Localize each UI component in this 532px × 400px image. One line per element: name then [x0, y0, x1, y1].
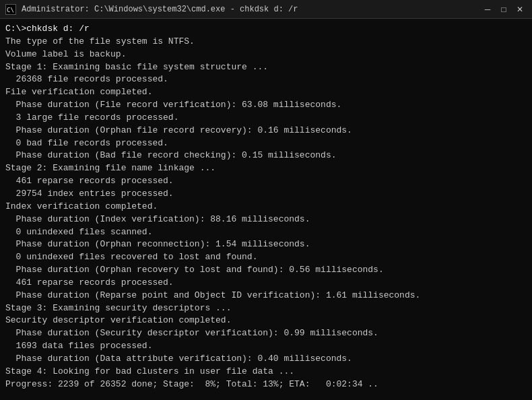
console-line: Phase duration (Reparse point and Object… [5, 290, 527, 302]
console-line: Phase duration (Orphan recovery to lost … [5, 264, 527, 277]
console-line: Stage 2: Examining file name linkage ... [5, 162, 527, 175]
console-line: 461 reparse records processed. [5, 175, 527, 188]
console-line: Security descriptor verification complet… [5, 314, 527, 327]
window: C\ Administrator: C:\Windows\system32\cm… [0, 0, 532, 400]
console-line: 29754 index entries processed. [5, 188, 527, 201]
console-line: Phase duration (Bad file record checking… [5, 149, 527, 162]
title-bar-left: C\ Administrator: C:\Windows\system32\cm… [5, 4, 298, 15]
svg-text:C\: C\ [7, 7, 14, 13]
console-line: Stage 3: Examining security descriptors … [5, 302, 527, 315]
console-line: 26368 file records processed. [5, 73, 527, 86]
title-bar-controls: ─ □ ✕ [481, 3, 527, 15]
window-title: Administrator: C:\Windows\system32\cmd.e… [22, 5, 298, 14]
cmd-icon: C\ [5, 4, 16, 15]
console-line: Phase duration (Data attribute verificat… [5, 353, 527, 366]
console-line: 1693 data files processed. [5, 340, 527, 353]
console-line: Phase duration (Orphan file record recov… [5, 125, 527, 137]
maximize-button[interactable]: □ [497, 3, 510, 15]
console-line: Phase duration (Orphan reconnection): 1.… [5, 238, 527, 251]
console-line: C:\>chkdsk d: /r [5, 23, 527, 36]
console-line: Stage 1: Examining basic file system str… [5, 61, 527, 74]
console-line: 0 bad file records processed. [5, 137, 527, 150]
console-line: Phase duration (File record verification… [5, 99, 527, 112]
close-button[interactable]: ✕ [513, 3, 527, 15]
console-line: Volume label is backup. [5, 48, 527, 61]
console-line: 0 unindexed files recovered to lost and … [5, 251, 527, 264]
console-line: File verification completed. [5, 86, 527, 99]
console-output: C:\>chkdsk d: /rThe type of the file sys… [0, 19, 532, 400]
console-line: 3 large file records processed. [5, 112, 527, 125]
console-line: Index verification completed. [5, 201, 527, 213]
console-line: Phase duration (Index verification): 88.… [5, 213, 527, 226]
minimize-button[interactable]: ─ [481, 3, 494, 15]
title-bar: C\ Administrator: C:\Windows\system32\cm… [0, 0, 532, 19]
console-line: 0 unindexed files scanned. [5, 226, 527, 239]
console-line: Progress: 2239 of 26352 done; Stage: 8%;… [5, 378, 527, 391]
console-line: 461 reparse records processed. [5, 277, 527, 290]
console-line: The type of the file system is NTFS. [5, 36, 527, 48]
console-line: Stage 4: Looking for bad clusters in use… [5, 366, 527, 378]
console-line: Phase duration (Security descriptor veri… [5, 327, 527, 340]
